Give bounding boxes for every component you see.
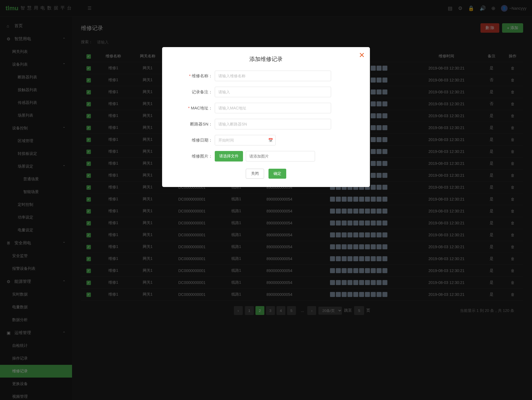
choose-file-button[interactable]: 请选择文件 xyxy=(215,151,243,161)
date-input[interactable] xyxy=(215,135,276,145)
add-record-modal: ✕ 添加维修记录 *维修名称： 记录备注： *MAC地址： 断路器SN： 维修日… xyxy=(162,47,370,187)
modal-title: 添加维修记录 xyxy=(173,55,359,63)
mac-input[interactable] xyxy=(215,103,331,113)
sn-label: 断路器SN： xyxy=(173,122,215,127)
sn-input[interactable] xyxy=(215,119,331,129)
image-path-input[interactable] xyxy=(246,151,315,161)
calendar-icon[interactable]: 📅 xyxy=(268,138,273,142)
remark-input[interactable] xyxy=(215,87,331,97)
remark-label: 记录备注： xyxy=(173,89,215,95)
name-label: *维修名称： xyxy=(173,73,215,79)
cancel-button[interactable]: 关闭 xyxy=(246,169,264,179)
close-icon[interactable]: ✕ xyxy=(359,51,365,60)
image-label: 维修图片： xyxy=(173,154,215,159)
date-label: 维修日期： xyxy=(173,138,215,143)
name-input[interactable] xyxy=(215,71,331,81)
confirm-button[interactable]: 确定 xyxy=(268,169,286,179)
mac-label: *MAC地址： xyxy=(173,106,215,111)
